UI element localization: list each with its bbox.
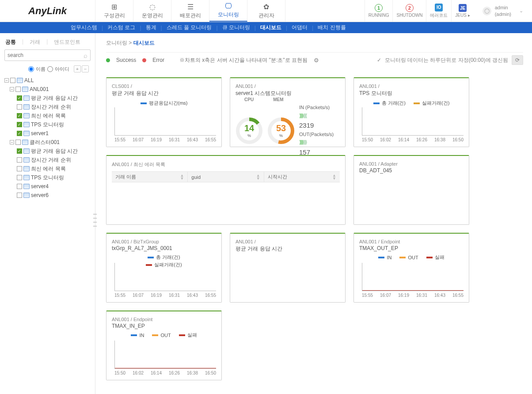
je-icon: JE [459, 4, 467, 12]
search-box: ⌕ [4, 49, 91, 61]
tree-item[interactable]: ✓최신 에러 목록 [17, 111, 91, 120]
subnav-biz[interactable]: 업무시스템 [66, 24, 102, 31]
status-shutdown[interactable]: 2SHUTDOWN [392, 0, 426, 22]
legend-swatch-icon [148, 257, 154, 258]
io-icon: IO [435, 4, 443, 11]
server-icon [22, 87, 28, 92]
brand-logo: AnyLink [0, 0, 95, 22]
subnav-customlog[interactable]: 커스텀 로그 [103, 24, 140, 31]
search-icon[interactable]: ⌕ [84, 52, 87, 59]
monitor-icon [23, 104, 30, 110]
status-errcode[interactable]: IO에러코드 [426, 0, 451, 22]
tree-item[interactable]: ✓server1 [17, 129, 91, 138]
breadcrumb: 모니터링 > 대시보드 [106, 39, 523, 47]
radio-name[interactable] [28, 66, 34, 72]
resize-handle[interactable] [93, 214, 97, 227]
tree-cluster[interactable]: −클러스터001 [10, 138, 91, 147]
tab-monitoring[interactable]: 🖵모니터링 [209, 0, 247, 22]
tab-config[interactable]: ⊞구성관리 [95, 0, 133, 22]
tree-all[interactable]: −ALL [4, 76, 91, 85]
search-input[interactable] [8, 52, 84, 58]
mem-gauge: 53% [267, 117, 295, 144]
tree-item[interactable]: 장시간 거래 순위 [17, 102, 91, 111]
error-table-header: 거래 이름▲▼ guid▲▼ 시작시간▲▼ [112, 171, 340, 182]
radio-id[interactable] [47, 66, 53, 72]
status-jeus[interactable]: JEJEUS ▸ [451, 0, 473, 22]
sort-icon: ▲▼ [180, 174, 184, 180]
tab-deploy[interactable]: ☰배포관리 [171, 0, 209, 22]
net-stats: IN (Packets/s) ⟫⟫ ⟪⟪ 2319 OUT(Packets/s)… [299, 104, 334, 158]
collapse-button[interactable]: − [82, 65, 89, 72]
subnav-queue[interactable]: 큐 모니터링 [218, 24, 255, 31]
status-running[interactable]: 1RUNNING [365, 0, 393, 22]
sidetab-endpoint[interactable]: 앤드포인트 [54, 38, 80, 46]
user-name: admin [495, 4, 511, 11]
monitor-icon [23, 148, 30, 154]
legend-swatch-icon [414, 102, 420, 104]
avatar-icon: ◯ [483, 7, 491, 15]
gear-icon[interactable]: ⚙ [314, 57, 319, 64]
col-start[interactable]: 시작시간▲▼ [264, 172, 340, 182]
monitor-icon [23, 131, 30, 136]
subnav-adapter[interactable]: 어댑터 [287, 24, 312, 31]
sidebar: 공통| 거래| 앤드포인트 ⌕ 이름 아이디 + − −ALL −ANL001 … [0, 33, 95, 394]
arrow-in-icon: ⟫⟫ [299, 113, 303, 119]
tree-item[interactable]: server4 [17, 182, 91, 191]
content: 모니터링 > 대시보드 Success Error ※차트의 x축은 서버 시간… [95, 33, 532, 394]
legend-swatch-icon [399, 257, 406, 258]
tree-item[interactable]: TPS 모니터링 [17, 173, 91, 182]
header: AnyLink ⊞구성관리 ◌운영관리 ☰배포관리 🖵모니터링 ✿관리자 1RU… [0, 0, 532, 22]
status-row: Success Error ※차트의 x축은 서버 시간을 나타내며 "분:초"… [106, 52, 523, 71]
tab-admin[interactable]: ✿관리자 [247, 0, 285, 22]
legend-swatch-icon [373, 102, 380, 104]
tree-item[interactable]: ✓평균 거래 응답 시간 [17, 147, 91, 155]
legend-swatch-icon [131, 334, 137, 336]
card-avg-response-2: ANL001 / 평균 거래 응답 시간 [230, 233, 346, 303]
refresh-button[interactable]: ⟳ [512, 55, 523, 65]
error-dot-icon [142, 58, 146, 62]
subnav-stats[interactable]: 통계 [141, 24, 161, 31]
sub-nav: 업무시스템| 커스텀 로그| 통계| 스레드 풀 모니터링| 큐 모니터링| 대… [0, 22, 532, 33]
tree-item[interactable]: server6 [17, 191, 91, 200]
subnav-dashboard[interactable]: 대시보드 [256, 24, 286, 31]
monitor-icon [23, 193, 30, 198]
card-avg-response: CLS001 / 평균 거래 응답 시간 평균응답시간(ms) 15:5516:… [106, 77, 222, 147]
sort-icon: ▲▼ [256, 174, 260, 180]
target-icon: ◌ [149, 3, 156, 11]
side-tabs: 공통| 거래| 앤드포인트 [4, 37, 91, 49]
tab-operate[interactable]: ◌운영관리 [133, 0, 171, 22]
col-txname[interactable]: 거래 이름▲▼ [112, 172, 188, 182]
card-endpoint-in: ANL001 / Endpoint TMAX_IN_EP INOUT실패 15:… [106, 311, 222, 380]
axis-note: ※차트의 x축은 서버 시간을 나타내며 "분:초"로 표현됨 [179, 57, 308, 64]
arrow-in-icon: ⟪⟪ [303, 113, 306, 119]
dashboard-grid: CLS001 / 평균 거래 응답 시간 평균응답시간(ms) 15:5516:… [106, 77, 523, 380]
tree: −ALL −ANL001 ✓평균 거래 응답 시간 장시간 거래 순위 ✓최신 … [4, 76, 91, 200]
legend-swatch-icon [378, 257, 384, 258]
user-menu[interactable]: ◯ admin(admin) ⌄ [474, 4, 532, 17]
card-adapter: ANL001 / Adapter DB_ADT_045 [353, 155, 469, 225]
monitor-icon [23, 175, 30, 180]
card-biztxgroup: ANL001 / BizTxGroup txGrp_R_AL7_JMS_0001… [106, 233, 222, 303]
main-tabs: ⊞구성관리 ◌운영관리 ☰배포관리 🖵모니터링 ✿관리자 [95, 0, 365, 22]
grid-icon: ⊞ [111, 3, 117, 11]
sidetab-common[interactable]: 공통 [5, 38, 16, 46]
list-icon: ☰ [187, 3, 194, 11]
gear-icon: ✿ [263, 3, 269, 11]
subnav-batch[interactable]: 배치 진행률 [313, 24, 350, 31]
tree-anl001[interactable]: −ANL001 [10, 85, 91, 94]
tree-item[interactable]: 장시간 거래 순위 [17, 155, 91, 164]
monitor-icon [23, 122, 30, 127]
success-dot-icon [106, 58, 110, 62]
check-icon: ✓ [377, 57, 381, 63]
monitor-icon [23, 184, 30, 189]
card-endpoint-out: ANL001 / Endpoint TMAX_OUT_EP INOUT실패 15… [353, 233, 469, 303]
tree-item[interactable]: ✓TPS 모니터링 [17, 120, 91, 129]
subnav-threadpool[interactable]: 스레드 풀 모니터링 [162, 24, 217, 31]
cluster-icon [22, 140, 28, 145]
tree-item[interactable]: 최신 에러 목록 [17, 164, 91, 173]
expand-button[interactable]: + [74, 65, 81, 72]
tree-item[interactable]: ✓평균 거래 응답 시간 [17, 94, 91, 102]
header-right: 1RUNNING 2SHUTDOWN IO에러코드 JEJEUS ▸ ◯ adm… [365, 0, 532, 22]
col-guid[interactable]: guid▲▼ [188, 172, 264, 182]
sidetab-tx[interactable]: 거래 [30, 38, 40, 46]
